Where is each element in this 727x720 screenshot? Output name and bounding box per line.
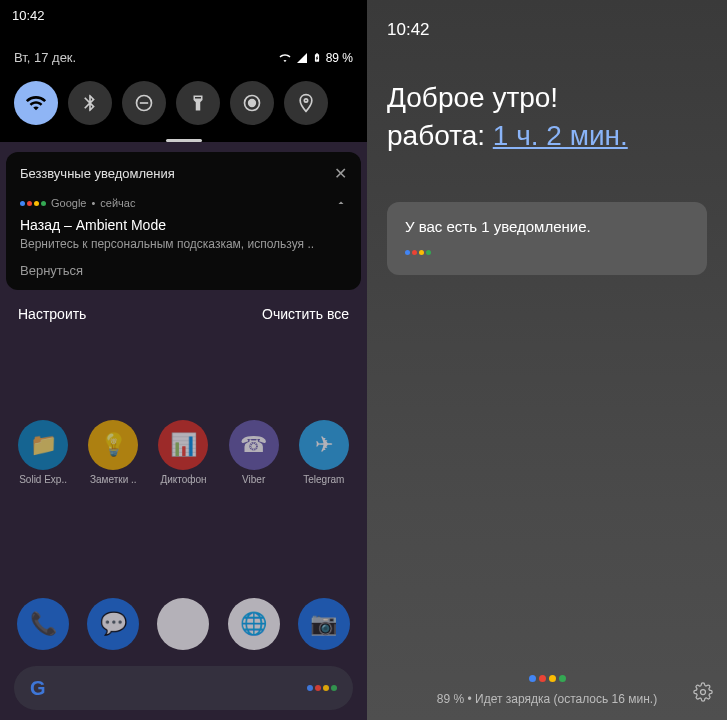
qs-location-button[interactable] — [284, 81, 328, 125]
quick-settings-row — [0, 75, 367, 137]
dock-playstore[interactable]: ▶ — [157, 598, 209, 650]
svg-point-3 — [249, 100, 256, 107]
notification-actions: Настроить Очистить все — [0, 294, 367, 334]
dock-phone[interactable]: 📞 — [17, 598, 69, 650]
ambient-time: 10:42 — [387, 20, 707, 40]
signal-status-icon — [296, 52, 308, 64]
assistant-icon[interactable] — [307, 685, 337, 691]
notification-pill[interactable]: У вас есть 1 уведомление. — [387, 202, 707, 275]
status-date: Вт, 17 дек. — [14, 50, 76, 65]
svg-point-4 — [304, 99, 307, 102]
app-grid: 📁Solid Exp.. 💡Заметки .. 📊Диктофон ☎Vibe… — [0, 420, 367, 485]
chevron-up-icon[interactable] — [335, 197, 347, 209]
dock-messages[interactable]: 💬 — [87, 598, 139, 650]
app-recorder[interactable]: 📊Диктофон — [151, 420, 215, 485]
settings-gear-icon[interactable] — [693, 682, 713, 706]
notif-time: сейчас — [100, 197, 135, 209]
assistant-ambient-screen: 10:42 Доброе утро! работа: 1 ч. 2 мин. У… — [367, 0, 727, 720]
commute-row: работа: 1 ч. 2 мин. — [387, 120, 707, 152]
svg-point-5 — [701, 690, 706, 695]
qs-autorotate-button[interactable] — [230, 81, 274, 125]
notif-pill-text: У вас есть 1 уведомление. — [405, 218, 689, 235]
app-solid-explorer[interactable]: 📁Solid Exp.. — [11, 420, 75, 485]
close-icon[interactable]: ✕ — [334, 164, 347, 183]
silent-notifications-section: Беззвучные уведомления ✕ Google • сейчас — [6, 152, 361, 290]
notification-card[interactable]: Google • сейчас Назад – Ambient Mode Вер… — [20, 197, 347, 278]
notif-action-button[interactable]: Вернуться — [20, 263, 347, 278]
qs-flashlight-button[interactable] — [176, 81, 220, 125]
silent-header-label: Беззвучные уведомления — [20, 166, 175, 181]
notif-body: Вернитесь к персональным подсказкам, исп… — [20, 237, 347, 251]
notification-shade: 10:42 Вт, 17 дек. 89 % Беззвучные уведом… — [0, 0, 367, 720]
app-viber[interactable]: ☎Viber — [222, 420, 286, 485]
status-time: 10:42 — [12, 8, 45, 23]
manage-button[interactable]: Настроить — [18, 306, 86, 322]
qs-dnd-button[interactable] — [122, 81, 166, 125]
google-logo: G — [30, 677, 46, 700]
assistant-logo[interactable] — [529, 675, 566, 682]
google-search-bar[interactable]: G — [14, 666, 353, 710]
dock-chrome[interactable]: 🌐 — [228, 598, 280, 650]
qs-wifi-button[interactable] — [14, 81, 58, 125]
greeting-text: Доброе утро! — [387, 80, 707, 116]
commute-time-link[interactable]: 1 ч. 2 мин. — [493, 120, 628, 151]
clear-all-button[interactable]: Очистить все — [262, 306, 349, 322]
qs-bluetooth-button[interactable] — [68, 81, 112, 125]
dock: 📞 💬 ▶ 🌐 📷 — [0, 598, 367, 650]
battery-percent: 89 % — [326, 51, 353, 65]
assistant-icon — [20, 201, 46, 206]
notif-title: Назад – Ambient Mode — [20, 217, 347, 233]
app-keep[interactable]: 💡Заметки .. — [81, 420, 145, 485]
commute-label: работа: — [387, 120, 485, 151]
ambient-bottom: 89 % • Идет зарядка (осталось 16 мин.) — [367, 668, 727, 706]
status-icons: 89 % — [278, 51, 353, 65]
quick-settings-panel: Вт, 17 дек. 89 % — [0, 0, 367, 142]
notif-app-name: Google — [51, 197, 86, 209]
battery-charging-icon — [312, 51, 322, 64]
app-telegram[interactable]: ✈Telegram — [292, 420, 356, 485]
assistant-icon — [405, 250, 431, 255]
drag-handle[interactable] — [166, 139, 202, 142]
dock-camera[interactable]: 📷 — [298, 598, 350, 650]
wifi-status-icon — [278, 52, 292, 64]
charging-status: 89 % • Идет зарядка (осталось 16 мин.) — [367, 692, 727, 706]
